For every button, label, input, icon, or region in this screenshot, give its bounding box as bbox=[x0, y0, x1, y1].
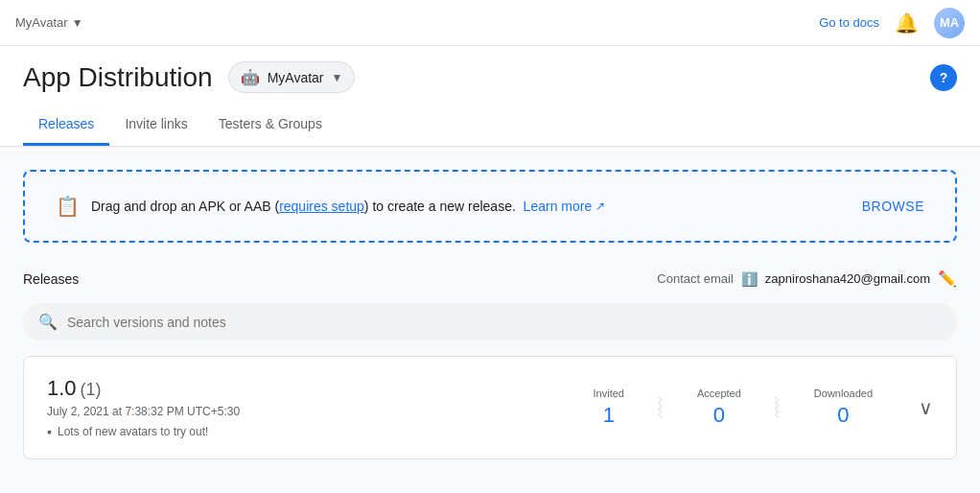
top-bar: MyAvatar ▼ Go to docs 🔔 MA bbox=[0, 0, 980, 46]
tab-testers-groups[interactable]: Testers & Groups bbox=[203, 105, 338, 146]
drop-zone: 📋 Drag and drop an APK or AAB (requires … bbox=[23, 170, 957, 243]
release-date: July 2, 2021 at 7:38:32 PM UTC+5:30 bbox=[47, 405, 594, 418]
release-card: 1.0 (1) July 2, 2021 at 7:38:32 PM UTC+5… bbox=[23, 356, 957, 459]
expand-icon[interactable]: ∨ bbox=[919, 396, 933, 419]
accepted-label: Accepted bbox=[697, 387, 741, 399]
search-input[interactable] bbox=[67, 315, 942, 330]
tabs: Releases Invite links Testers & Groups bbox=[23, 105, 957, 146]
app-switcher-label: MyAvatar bbox=[15, 15, 68, 30]
page-title: App Distribution bbox=[23, 62, 213, 93]
app-selector[interactable]: 🤖 MyAvatar ▼ bbox=[228, 61, 356, 93]
release-notes: ▪ Lots of new avatars to try out! bbox=[47, 424, 594, 439]
releases-label: Releases bbox=[23, 271, 79, 287]
browse-button[interactable]: Browse bbox=[862, 199, 924, 214]
release-version: 1.0 bbox=[47, 376, 77, 400]
releases-header: Releases Contact email ℹ️ zapniroshana42… bbox=[23, 270, 957, 288]
invited-label: Invited bbox=[594, 387, 624, 399]
notifications-bell-icon[interactable]: 🔔 bbox=[895, 12, 919, 35]
app-switcher[interactable]: MyAvatar ▼ bbox=[15, 15, 83, 30]
top-bar-right: Go to docs 🔔 MA bbox=[819, 8, 965, 38]
accepted-value: 0 bbox=[697, 403, 741, 428]
invited-value: 1 bbox=[594, 403, 624, 428]
external-link-icon: ↗ bbox=[595, 200, 605, 213]
page-header: App Distribution 🤖 MyAvatar ▼ ? Releases… bbox=[0, 46, 980, 147]
help-icon[interactable]: ? bbox=[930, 64, 957, 91]
release-version-line: 1.0 (1) bbox=[47, 376, 594, 401]
android-icon: 🤖 bbox=[241, 68, 260, 86]
contact-email-label: Contact email bbox=[657, 271, 733, 286]
stat-downloaded: Downloaded 0 bbox=[814, 387, 873, 428]
requires-setup-link[interactable]: requires setup bbox=[279, 199, 364, 214]
releases-section: Releases Contact email ℹ️ zapniroshana42… bbox=[23, 270, 957, 459]
tab-releases[interactable]: Releases bbox=[23, 105, 109, 146]
app-selector-chevron-icon: ▼ bbox=[332, 71, 343, 84]
drop-zone-text: Drag and drop an APK or AAB (requires se… bbox=[91, 199, 605, 214]
edit-icon[interactable]: ✏️ bbox=[938, 270, 957, 288]
stat-accepted: Accepted 0 bbox=[697, 387, 741, 428]
search-icon: 🔍 bbox=[38, 313, 58, 331]
release-stats: Invited 1 ⦚ Accepted 0 ⦚ Downloaded 0 ∨ bbox=[594, 387, 933, 428]
page-title-area: App Distribution 🤖 MyAvatar ▼ bbox=[23, 61, 355, 93]
divider-2: ⦚ bbox=[772, 396, 783, 419]
notes-icon: ▪ bbox=[47, 424, 52, 439]
search-bar: 🔍 bbox=[23, 303, 957, 340]
contact-email-value: zapniroshana420@gmail.com bbox=[765, 271, 930, 286]
upload-icon: 📋 bbox=[56, 195, 80, 218]
main-content: 📋 Drag and drop an APK or AAB (requires … bbox=[0, 147, 980, 493]
go-to-docs-link[interactable]: Go to docs bbox=[819, 15, 879, 30]
info-icon: ℹ️ bbox=[741, 271, 758, 287]
stat-invited: Invited 1 bbox=[594, 387, 624, 428]
downloaded-label: Downloaded bbox=[814, 387, 873, 399]
drop-zone-left: 📋 Drag and drop an APK or AAB (requires … bbox=[56, 195, 605, 218]
downloaded-value: 0 bbox=[814, 403, 873, 428]
app-selector-label: MyAvatar bbox=[268, 70, 324, 85]
release-info: 1.0 (1) July 2, 2021 at 7:38:32 PM UTC+5… bbox=[47, 376, 594, 439]
chevron-down-icon: ▼ bbox=[72, 16, 83, 30]
release-build: (1) bbox=[80, 380, 101, 399]
tab-invite-links[interactable]: Invite links bbox=[109, 105, 202, 146]
contact-email-area: Contact email ℹ️ zapniroshana420@gmail.c… bbox=[657, 270, 957, 288]
divider-1: ⦚ bbox=[655, 396, 666, 419]
page-header-top: App Distribution 🤖 MyAvatar ▼ ? bbox=[23, 61, 957, 93]
learn-more-link[interactable]: Learn more ↗ bbox=[524, 199, 606, 214]
avatar[interactable]: MA bbox=[934, 8, 965, 38]
